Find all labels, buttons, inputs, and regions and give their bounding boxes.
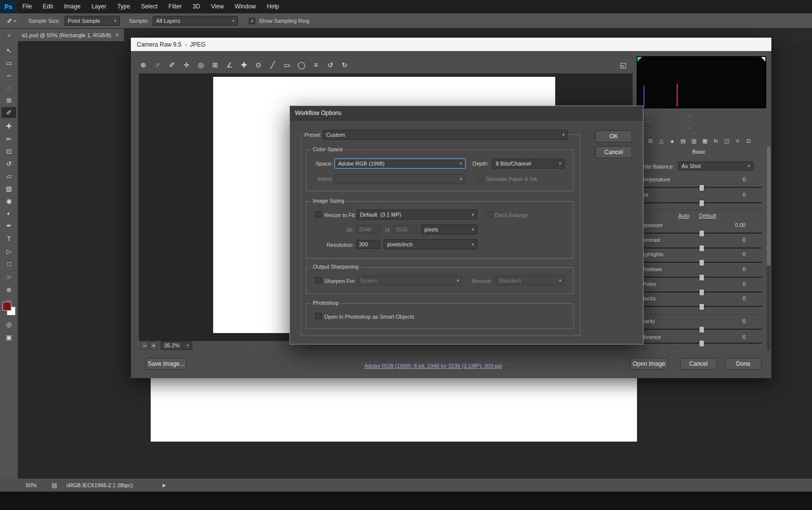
graduated-filter-tool-icon[interactable]: ▭ <box>283 59 291 70</box>
default-link[interactable]: Default <box>699 213 716 219</box>
zoom-in-button[interactable]: + <box>150 341 158 349</box>
lens-corrections-tab-icon[interactable]: ▦ <box>701 137 709 145</box>
quick-selection-tool[interactable]: ◌ <box>1 82 16 93</box>
open-image-button[interactable]: Open Image <box>630 358 668 370</box>
resize-to-fit-checkbox[interactable] <box>315 211 322 218</box>
adjustment-brush-tool-icon[interactable]: ╱ <box>268 59 277 70</box>
basic-tab-icon[interactable]: ⊟ <box>646 137 654 145</box>
tint-slider[interactable] <box>641 202 762 204</box>
zoom-tool-icon[interactable]: ⊕ <box>139 59 148 70</box>
shadow-clipping-icon[interactable] <box>638 57 642 61</box>
hsl-tab-icon[interactable]: ▤ <box>679 137 687 145</box>
gradient-tool[interactable]: ▨ <box>1 183 16 194</box>
camera-raw-cancel-button[interactable]: Cancel <box>680 358 717 370</box>
pen-tool[interactable]: ✒ <box>1 220 16 231</box>
menu-view[interactable]: View <box>206 0 230 13</box>
tab-close-icon[interactable]: × <box>116 32 119 39</box>
save-image-button[interactable]: Save Image... <box>146 358 186 370</box>
menu-3d[interactable]: 3D <box>187 0 205 13</box>
dialog-titlebar[interactable]: Workflow Options <box>290 106 643 120</box>
slider-thumb[interactable] <box>699 200 704 207</box>
slider-thumb[interactable] <box>699 259 704 266</box>
lasso-tool[interactable]: ∽ <box>1 70 16 81</box>
highlights-slider[interactable] <box>641 262 762 264</box>
smart-objects-checkbox[interactable] <box>315 313 322 319</box>
status-profile[interactable]: sRGB IEC61966-2.1 (8bpc) <box>66 482 133 488</box>
slider-thumb[interactable] <box>699 184 704 191</box>
preset-dropdown[interactable]: Custom ▾ <box>323 130 568 140</box>
vibrance-slider[interactable] <box>641 342 762 344</box>
type-tool[interactable]: T <box>1 233 16 244</box>
whites-slider[interactable] <box>641 291 762 293</box>
hand-tool[interactable]: ☞ <box>1 272 16 283</box>
rotate-right-icon[interactable]: ↻ <box>340 59 349 70</box>
menu-layer[interactable]: Layer <box>86 0 112 13</box>
resize-to-fit-dropdown[interactable]: Default (3.1 MP) ▾ <box>356 210 477 220</box>
space-dropdown[interactable]: Adobe RGB (1998) ▾ <box>335 159 465 169</box>
detail-tab-icon[interactable]: ▲ <box>668 137 676 145</box>
size-unit-dropdown[interactable]: pixels ▾ <box>421 225 477 234</box>
sample-size-dropdown[interactable]: Point Sample ▾ <box>64 16 120 26</box>
ok-button[interactable]: OK <box>595 130 632 142</box>
camera-raw-titlebar[interactable]: Camera Raw 9.5 - JPEG <box>131 38 771 51</box>
workflow-options-link[interactable]: Adobe RGB (1998); 8 bit; 2048 by 1536 (3… <box>329 361 537 370</box>
crop-tool[interactable]: ⊞ <box>1 95 16 106</box>
slider-thumb[interactable] <box>699 230 704 237</box>
menu-help[interactable]: Help <box>261 0 285 13</box>
preferences-icon[interactable]: ≡ <box>311 59 320 70</box>
quick-mask-button[interactable]: ◎ <box>1 319 16 330</box>
zoom-level-dropdown[interactable]: 35.2% ▾ <box>161 341 192 350</box>
status-doc-icon[interactable]: ▤ <box>52 482 57 489</box>
snapshots-tab-icon[interactable]: ⊡ <box>745 137 753 145</box>
healing-brush-tool[interactable]: ✚ <box>1 120 16 131</box>
sharpen-for-checkbox[interactable] <box>315 277 322 283</box>
rotate-left-icon[interactable]: ↺ <box>326 59 335 70</box>
histogram[interactable] <box>636 56 767 109</box>
document-tab[interactable]: a1.psd @ 50% (Rectangle 1, RGB/8) × <box>18 29 124 41</box>
effects-tab-icon[interactable]: fx <box>712 137 720 145</box>
white-balance-dropdown[interactable]: As Shot ▾ <box>678 162 754 170</box>
screen-mode-button[interactable]: ▣ <box>1 332 16 342</box>
foreground-color-swatch[interactable] <box>2 302 11 311</box>
sample-dropdown[interactable]: All Layers ▾ <box>153 16 238 26</box>
clarity-slider[interactable] <box>641 329 762 331</box>
red-eye-tool-icon[interactable]: ⊙ <box>254 59 263 70</box>
path-selection-tool[interactable]: ▷ <box>1 246 16 257</box>
status-arrow-icon[interactable]: ▶ <box>163 483 166 488</box>
done-button[interactable]: Done <box>725 358 761 370</box>
contrast-slider[interactable] <box>641 247 762 249</box>
straighten-tool-icon[interactable]: ∠ <box>225 59 234 70</box>
crop-tool-icon[interactable]: ⊞ <box>211 59 220 70</box>
radial-filter-tool-icon[interactable]: ◯ <box>297 59 306 70</box>
marquee-tool[interactable]: ▭ <box>1 57 16 68</box>
menu-type[interactable]: Type <box>112 0 135 13</box>
shadows-slider[interactable] <box>641 277 762 279</box>
resolution-unit-dropdown[interactable]: pixels/inch ▾ <box>384 239 477 249</box>
split-toning-tab-icon[interactable]: ▥ <box>690 137 698 145</box>
show-sampling-ring-checkbox[interactable]: ✓ <box>249 18 255 24</box>
brush-tool[interactable]: ✏ <box>1 133 16 144</box>
slider-thumb[interactable] <box>699 303 704 310</box>
depth-dropdown[interactable]: 8 Bits/Channel ▾ <box>492 159 565 169</box>
scrollbar-thumb[interactable] <box>767 147 770 266</box>
fullscreen-toggle-icon[interactable]: ◱ <box>619 59 628 70</box>
eraser-tool[interactable]: ▱ <box>1 170 16 181</box>
menu-filter[interactable]: Filter <box>163 0 187 13</box>
targeted-adjustment-tool-icon[interactable]: ◎ <box>196 59 205 70</box>
tool-preset-button[interactable]: ✐ ▾ <box>7 17 16 25</box>
move-tool[interactable]: ↖ <box>1 45 16 56</box>
menu-file[interactable]: File <box>17 0 37 13</box>
menu-edit[interactable]: Edit <box>37 0 58 13</box>
white-balance-tool-icon[interactable]: ✐ <box>168 59 176 70</box>
clone-stamp-tool[interactable]: ⊡ <box>1 146 16 157</box>
highlight-clipping-icon[interactable] <box>761 57 765 61</box>
color-sampler-tool-icon[interactable]: ✛ <box>182 59 191 70</box>
slider-thumb[interactable] <box>699 289 704 296</box>
blacks-slider[interactable] <box>641 306 762 308</box>
zoom-tool[interactable]: ⊕ <box>1 284 16 295</box>
slider-thumb[interactable] <box>699 340 704 347</box>
zoom-out-button[interactable]: − <box>141 341 149 349</box>
slider-thumb[interactable] <box>699 245 704 252</box>
slider-thumb[interactable] <box>699 274 704 281</box>
panel-scrollbar[interactable] <box>767 147 770 351</box>
